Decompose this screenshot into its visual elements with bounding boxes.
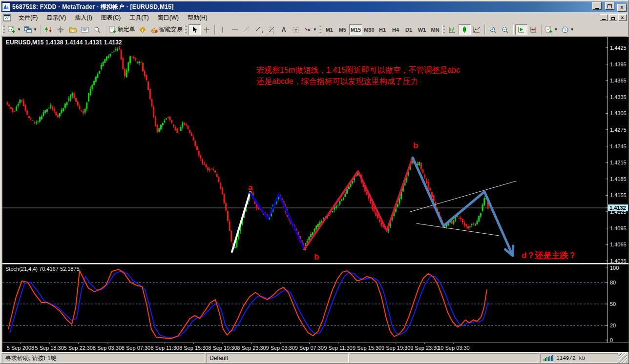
- projection-arrow-head[interactable]: [513, 246, 513, 256]
- zoom-out-button[interactable]: [499, 24, 511, 35]
- time-tick-label: 9 Sep 19:30: [381, 345, 410, 351]
- toolbar-grip[interactable]: [185, 25, 187, 35]
- timeframe-h1-button[interactable]: H1: [376, 24, 389, 35]
- arrows-tool-icon: [304, 26, 312, 34]
- svg-text:F: F: [273, 31, 275, 34]
- bar-chart-button[interactable]: [446, 24, 459, 35]
- zoom-in-button[interactable]: [487, 24, 499, 35]
- time-tick-label: 10 Sep 03:30: [438, 345, 469, 351]
- timeframe-m1-button[interactable]: M1: [323, 24, 336, 35]
- terminal-button[interactable]: [79, 24, 91, 35]
- new-chart-button[interactable]: ▼: [6, 24, 22, 35]
- wave-label-a[interactable]: a: [248, 183, 253, 192]
- child-close-button[interactable]: ×: [618, 14, 627, 21]
- timeframe-d1-button[interactable]: D1: [402, 24, 416, 35]
- new-order-icon: [109, 26, 117, 34]
- stoch-tick-label: 0: [610, 337, 613, 343]
- vline-icon: [219, 26, 227, 34]
- navigator-button[interactable]: ★: [67, 24, 79, 35]
- maximize-button[interactable]: [605, 2, 614, 10]
- timeframe-label: M15: [351, 27, 361, 33]
- channel-button[interactable]: E: [253, 24, 266, 35]
- horizontal-line-button[interactable]: [229, 24, 241, 35]
- menu-item-view[interactable]: 显示(V): [42, 13, 70, 23]
- toolbar-band-2: M1M5M15M30H1H4D1W1MN: [318, 23, 442, 36]
- new-order-button[interactable]: 新定单: [107, 24, 137, 35]
- strategy-tester-button[interactable]: [91, 24, 104, 35]
- line-chart-button[interactable]: [471, 24, 483, 35]
- resize-grip[interactable]: [619, 353, 627, 363]
- menu-item-help[interactable]: 帮助(H): [183, 13, 212, 23]
- dropdown-arrow-icon[interactable]: ▼: [313, 27, 317, 32]
- toolbar-band-1: EFAT▼: [184, 23, 318, 36]
- text-label-button[interactable]: T: [290, 24, 302, 35]
- child-restore-button[interactable]: [609, 14, 617, 21]
- dropdown-arrow-icon[interactable]: ▼: [554, 27, 558, 32]
- time-tick-label: 8 Sep 15:30: [179, 345, 208, 351]
- profiles-button[interactable]: ▼: [22, 24, 39, 35]
- auto-scroll-button[interactable]: [515, 24, 527, 35]
- timeframe-m30-button[interactable]: M30: [362, 24, 376, 35]
- menu-item-window[interactable]: 窗口(W): [153, 13, 183, 23]
- dropdown-arrow-icon[interactable]: ▼: [17, 27, 21, 32]
- toolbar-separator: [40, 25, 41, 35]
- menu-item-insert[interactable]: 插入(I): [70, 13, 96, 23]
- trendline-button[interactable]: [241, 24, 253, 35]
- stoch-tick-label: 80: [610, 280, 616, 285]
- wave-label-b-high[interactable]: b: [413, 141, 418, 150]
- fibonacci-button[interactable]: F: [266, 24, 278, 35]
- alert-icon: !: [139, 26, 147, 34]
- toolbar-grip[interactable]: [319, 25, 321, 35]
- data-window-button[interactable]: [55, 24, 67, 35]
- wave-label-b-low[interactable]: b: [314, 252, 319, 262]
- timeframe-m15-button[interactable]: M15: [349, 24, 362, 35]
- market-watch-icon: [44, 26, 52, 34]
- toolbar-grip[interactable]: [442, 25, 445, 35]
- arrows-button[interactable]: ▼: [302, 24, 318, 35]
- svg-text:A: A: [282, 26, 286, 33]
- price-tick-label: 1.4155: [610, 192, 627, 198]
- price-tick-label: 1.4275: [610, 127, 627, 133]
- menu-item-file[interactable]: 文件(F): [14, 13, 42, 23]
- chart-note-line1[interactable]: 若观察15m做短线，1.415附近即可以做空，不管调整是abc: [256, 66, 460, 74]
- window-title: 5687518: FXDD - MetaTrader - 模拟帐户 - [EUR…: [12, 3, 591, 11]
- chart-area[interactable]: 1.44251.43951.43651.43351.43051.42751.42…: [2, 37, 627, 352]
- chart-shift-button[interactable]: [527, 24, 540, 35]
- vertical-line-button[interactable]: [217, 24, 229, 35]
- chart-note-line2[interactable]: 还是abcde，综合指标可以发现这里构成了压力: [256, 77, 419, 85]
- time-tick-label: 9 Sep 23:30: [410, 345, 439, 351]
- svg-text:★: ★: [71, 28, 75, 33]
- metaquotes-alert-button[interactable]: !: [137, 24, 149, 35]
- timeframe-mn-button[interactable]: MN: [429, 24, 442, 35]
- wave-label-d[interactable]: d？还是主跌？: [522, 250, 576, 260]
- periods-button[interactable]: ▼: [560, 24, 576, 35]
- status-bar: 寻求帮助, 请按F1键 Default 1149/2 kb: [1, 352, 628, 364]
- timeframe-h4-button[interactable]: H4: [389, 24, 402, 35]
- text-button[interactable]: A: [278, 24, 290, 35]
- dropdown-arrow-icon[interactable]: ▼: [570, 27, 574, 32]
- title-bar[interactable]: 5687518: FXDD - MetaTrader - 模拟帐户 - [EUR…: [1, 1, 628, 12]
- close-button[interactable]: ×: [617, 4, 627, 12]
- toolbar-grip[interactable]: [2, 25, 5, 35]
- time-tick-label: 5 Sep 2008: [7, 345, 34, 351]
- channel-icon: E: [255, 26, 263, 34]
- crosshair-button[interactable]: [201, 24, 213, 35]
- minimize-button[interactable]: [592, 2, 602, 10]
- timeframe-w1-button[interactable]: W1: [416, 24, 429, 35]
- dropdown-arrow-icon[interactable]: ▼: [33, 27, 37, 32]
- price-chart-svg[interactable]: 1.44251.43951.43651.43351.43051.42751.42…: [2, 37, 629, 352]
- data-window-icon: [57, 26, 64, 34]
- stoch-tick-label: 100: [610, 265, 619, 271]
- status-profile[interactable]: Default: [206, 353, 349, 363]
- expert-advisors-button[interactable]: 智能交易: [149, 24, 184, 35]
- ohlc-info-line: EURUSD,M15 1.4138 1.4144 1.4131 1.4132: [6, 39, 122, 46]
- cursor-button[interactable]: [189, 24, 201, 35]
- menu-item-charts[interactable]: 图表(C): [97, 13, 126, 23]
- menu-item-tools[interactable]: 工具(T): [125, 13, 153, 23]
- market-watch-button[interactable]: [42, 24, 55, 35]
- price-tick-label: 1.4425: [610, 45, 627, 51]
- candle-chart-button[interactable]: [459, 24, 471, 35]
- child-minimize-button[interactable]: [600, 14, 608, 21]
- timeframe-m5-button[interactable]: M5: [336, 24, 349, 35]
- indicators-button[interactable]: ▼: [544, 24, 560, 35]
